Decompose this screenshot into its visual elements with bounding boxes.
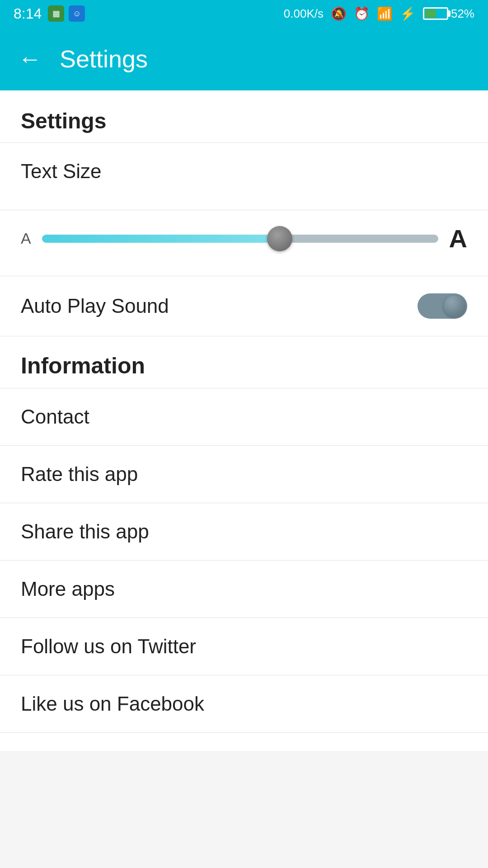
slider-a-small: A [21,230,31,247]
settings-content: Settings Text Size A A Auto Play Sound I… [0,90,488,751]
facebook-item[interactable]: Like us on Facebook [0,675,488,732]
more-apps-item[interactable]: More apps [0,561,488,618]
rate-app-label: Rate this app [21,463,138,486]
facebook-label: Like us on Facebook [21,693,204,715]
battery-container: 52% [423,7,474,21]
battery-percent: 52% [451,7,474,21]
share-app-label: Share this app [21,520,149,543]
slider-row: A A [21,219,467,262]
alarm-icon: ⏰ [354,6,370,21]
slider-section: A A [0,210,488,276]
auto-play-sound-label: Auto Play Sound [21,295,169,317]
text-size-section: Text Size [0,143,488,210]
more-apps-label: More apps [21,578,115,600]
toggle-track [418,293,467,319]
battery-icon [423,7,448,20]
twitter-label: Follow us on Twitter [21,635,196,658]
status-bar-left: 8:14 ▦ ☺ [14,5,85,22]
text-size-slider[interactable] [42,235,438,243]
status-app-icons: ▦ ☺ [48,5,85,22]
settings-section-header: Settings [0,90,488,142]
auto-play-sound-toggle[interactable] [418,293,467,319]
auto-play-sound-item[interactable]: Auto Play Sound [0,276,488,336]
share-app-item[interactable]: Share this app [0,503,488,560]
rate-app-item[interactable]: Rate this app [0,446,488,503]
status-bar-right: 0.00K/s 🔕 ⏰ 📶 ⚡ 52% [284,6,474,21]
status-time: 8:14 [14,5,42,22]
information-section-header: Information [0,336,488,388]
app-icon-2: ☺ [69,5,85,22]
status-bar: 8:14 ▦ ☺ 0.00K/s 🔕 ⏰ 📶 ⚡ 52% [0,0,488,27]
app-bar: ← Settings [0,27,488,90]
signal-icon: 📶 [377,6,393,21]
app-icon-1: ▦ [48,5,64,22]
text-size-label: Text Size [21,152,467,196]
contact-item[interactable]: Contact [0,388,488,445]
app-bar-title: Settings [60,45,148,73]
battery-fill [425,9,436,18]
mute-icon: 🔕 [331,6,347,21]
back-button[interactable]: ← [18,47,42,71]
twitter-item[interactable]: Follow us on Twitter [0,618,488,675]
slider-thumb [267,226,292,251]
slider-a-large: A [449,224,467,253]
contact-label: Contact [21,406,89,428]
divider-after-facebook [0,732,488,733]
network-speed: 0.00K/s [284,7,324,21]
toggle-thumb [444,295,465,317]
charging-icon: ⚡ [400,6,416,21]
